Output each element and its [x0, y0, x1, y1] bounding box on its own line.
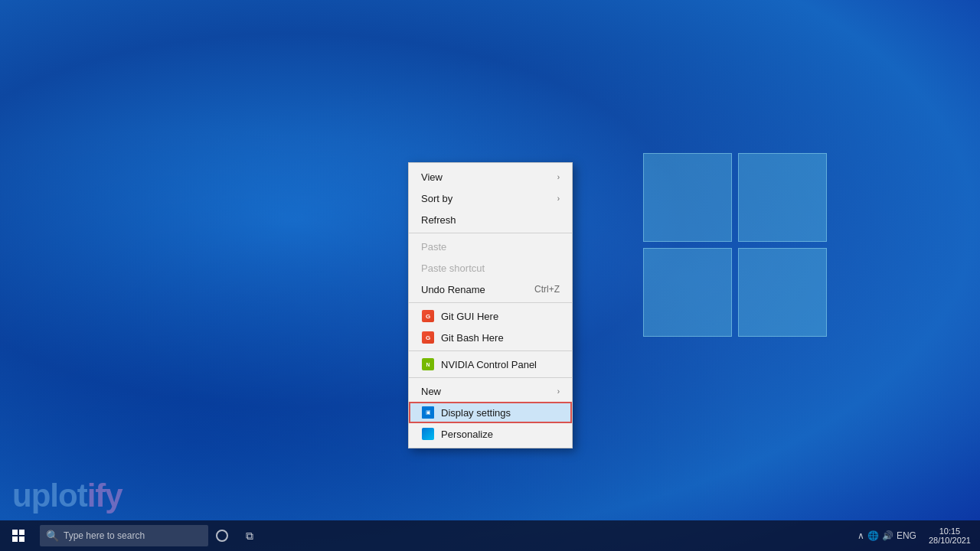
context-menu-refresh[interactable]: Refresh: [409, 209, 572, 230]
win-logo-pane-4: [738, 248, 827, 337]
context-menu-sort-by[interactable]: Sort by ›: [409, 187, 572, 209]
context-menu-display-settings[interactable]: ▣ Display settings: [409, 402, 572, 423]
chevron-up-icon[interactable]: ∧: [858, 530, 864, 541]
start-pane-3: [12, 536, 18, 542]
watermark-text-1: uplot: [12, 478, 87, 514]
context-menu: View › Sort by › Refresh Paste Paste sho…: [408, 162, 573, 448]
context-menu-personalize[interactable]: Personalize: [409, 423, 572, 445]
context-menu-paste-shortcut: Paste shortcut: [409, 257, 572, 279]
menu-separator-3: [409, 350, 572, 351]
context-menu-undo-rename[interactable]: Undo Rename Ctrl+Z: [409, 279, 572, 300]
watermark: uplotify: [12, 478, 122, 514]
tray-date: 28/10/2021: [929, 536, 971, 545]
context-menu-new[interactable]: New ›: [409, 380, 572, 402]
search-input[interactable]: [64, 530, 201, 541]
windows-logo: [643, 153, 827, 337]
nvidia-icon: N: [421, 357, 435, 371]
search-icon: 🔍: [46, 530, 59, 542]
menu-separator-1: [409, 233, 572, 233]
desktop: View › Sort by › Refresh Paste Paste sho…: [0, 0, 980, 551]
git-gui-icon: G: [421, 309, 435, 323]
cortana-circle-icon: [216, 530, 228, 542]
win-logo-pane-3: [643, 248, 732, 337]
tray-time: 10:15: [939, 527, 961, 536]
language-indicator: ENG: [897, 530, 916, 541]
context-menu-view[interactable]: View ›: [409, 166, 572, 187]
menu-separator-4: [409, 377, 572, 378]
tray-clock[interactable]: 10:15 28/10/2021: [923, 520, 977, 551]
tray-icons: ∧ 🌐 🔊 ENG: [851, 530, 923, 541]
system-tray: ∧ 🌐 🔊 ENG 10:15 28/10/2021: [851, 520, 980, 551]
network-icon[interactable]: 🌐: [867, 530, 879, 541]
git-bash-icon: G: [421, 331, 435, 344]
start-button[interactable]: [0, 520, 37, 551]
menu-separator-2: [409, 302, 572, 303]
context-menu-nvidia[interactable]: N NVIDIA Control Panel: [409, 354, 572, 375]
display-settings-icon: ▣: [421, 406, 435, 419]
personalize-icon: [421, 427, 435, 441]
start-pane-1: [12, 530, 18, 535]
context-menu-paste: Paste: [409, 236, 572, 257]
taskbar-search-box[interactable]: 🔍: [40, 525, 208, 546]
start-pane-2: [19, 530, 24, 535]
task-view-icon: ⧉: [246, 530, 253, 543]
context-menu-git-bash[interactable]: G Git Bash Here: [409, 327, 572, 348]
context-menu-git-gui[interactable]: G Git GUI Here: [409, 305, 572, 327]
win-logo-pane-2: [738, 153, 827, 242]
win-logo-pane-1: [643, 153, 732, 242]
volume-icon[interactable]: 🔊: [882, 530, 893, 541]
watermark-text-2: ify: [87, 478, 122, 514]
start-pane-4: [19, 536, 24, 542]
chevron-right-icon: ›: [557, 194, 560, 203]
taskbar: 🔍 ⧉ ∧ 🌐 🔊 ENG 10:15 28/10/2021: [0, 520, 980, 551]
chevron-right-icon: ›: [557, 173, 560, 181]
windows-start-icon: [12, 530, 24, 542]
chevron-right-icon: ›: [557, 387, 560, 396]
cortana-button[interactable]: [208, 520, 236, 551]
task-view-button[interactable]: ⧉: [236, 520, 263, 551]
